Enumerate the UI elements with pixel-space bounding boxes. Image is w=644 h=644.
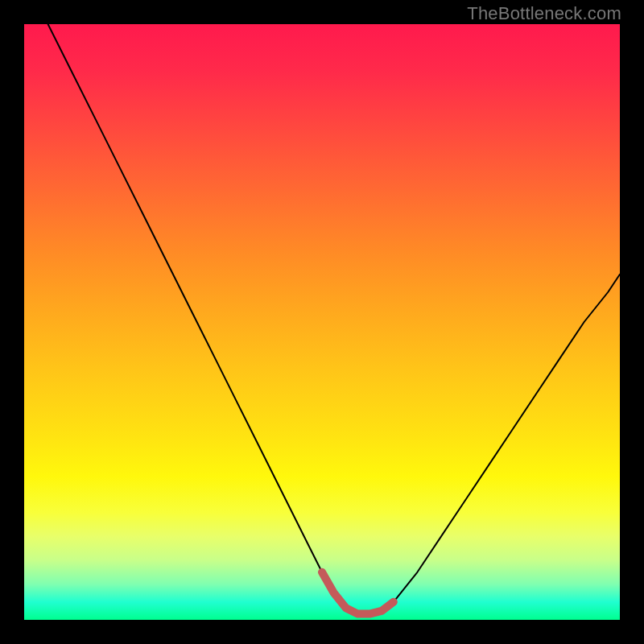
plot-svg: [24, 24, 620, 620]
bottleneck-curve-line: [48, 24, 620, 614]
plot-gradient-area: [24, 24, 620, 620]
watermark-text: TheBottleneck.com: [467, 3, 621, 24]
valley-highlight-line: [322, 572, 394, 614]
chart-frame: TheBottleneck.com: [0, 0, 644, 644]
